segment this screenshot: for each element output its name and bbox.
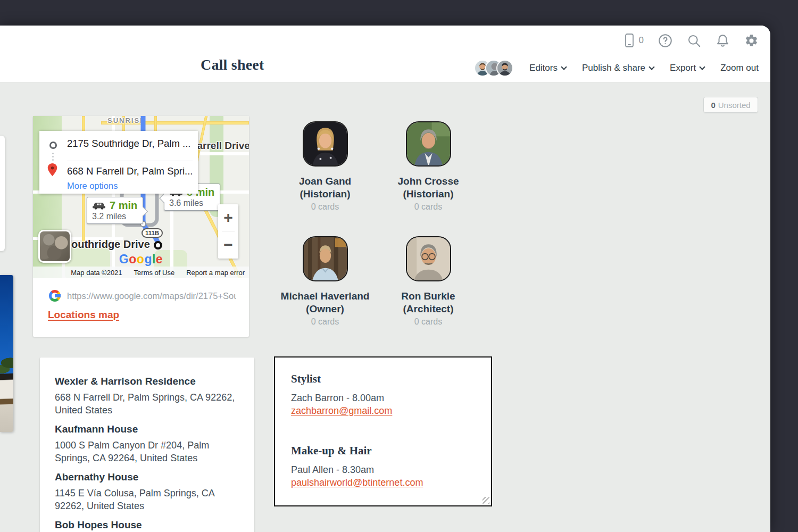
logo-letter: e — [156, 252, 163, 266]
avatar — [303, 121, 348, 167]
schedule-heading: Make-up & Hair — [291, 444, 475, 458]
car-icon — [92, 202, 106, 210]
offscreen-card-edge[interactable] — [0, 136, 5, 251]
settings-button[interactable] — [744, 34, 759, 48]
logo-letter: l — [152, 252, 156, 266]
person-name: Joan Gand(Historian) — [299, 175, 351, 201]
map-url-link[interactable]: https://www.google.com/maps/dir/2175+Sou… — [49, 290, 236, 302]
mobile-device-icon — [623, 33, 636, 48]
map-zoom-control: + − — [218, 204, 238, 259]
map-url-text: https://www.google.com/maps/dir/2175+Sou… — [67, 291, 236, 301]
person-name: Michael Haverland(Owner) — [281, 290, 370, 315]
zoom-out-label: Zoom out — [720, 63, 759, 73]
location-title: Wexler & Harrison Residence — [55, 376, 239, 387]
schedule-line: Paul Allen - 8.30am — [291, 464, 475, 476]
schedule-section: Stylist Zach Barron - 8.00am zachbarron@… — [291, 372, 475, 417]
schedule-heading: Stylist — [291, 372, 475, 386]
zoom-out-button[interactable]: Zoom out — [720, 63, 759, 73]
publish-share-menu[interactable]: Publish & share — [582, 63, 654, 73]
publish-share-label: Publish & share — [582, 63, 645, 73]
satellite-view-toggle[interactable] — [38, 230, 71, 263]
logo-letter: o — [137, 252, 145, 266]
chevron-down-icon — [561, 64, 567, 70]
avatar — [406, 236, 451, 281]
person-card-ron-burkle[interactable]: Ron Burkle(Architect) 0 cards — [370, 236, 487, 327]
google-map[interactable]: SUNRISE n Farrell Drive 111B 5 Southridg… — [33, 116, 249, 278]
editor-avatar-3 — [496, 60, 513, 77]
schedule-section: Make-up & Hair Paul Allen - 8.30am pauls… — [291, 444, 475, 488]
route-dots — [52, 153, 54, 161]
unsorted-count: 0 — [711, 101, 715, 110]
header: 0 Call sheet — [0, 26, 770, 82]
more-options-link[interactable]: More options — [67, 181, 118, 191]
search-icon — [687, 34, 701, 48]
route-bubble-7min: 7 min 3.2 miles — [87, 197, 143, 224]
map-attribution: Map data ©2021 Terms of Use Report a map… — [33, 267, 249, 278]
origin-icon — [49, 142, 57, 149]
offscreen-photo-card[interactable] — [0, 275, 13, 432]
google-g-icon — [49, 290, 61, 302]
location-title: Bob Hopes House — [55, 519, 239, 531]
help-button[interactable] — [658, 34, 672, 48]
chevron-down-icon — [649, 64, 654, 70]
person-cards-count: 0 cards — [414, 202, 442, 212]
destination-pin-icon — [47, 163, 57, 179]
divider — [67, 161, 193, 161]
schedule-line: Zach Barron - 8.00am — [291, 393, 475, 404]
avatar — [406, 121, 451, 167]
person-card-john-crosse[interactable]: John Crosse(Historian) 0 cards — [370, 121, 487, 212]
search-button[interactable] — [687, 34, 701, 48]
app-window: 0 Call sheet — [0, 26, 770, 532]
location-address: 1145 E Vía Colusa, Palm Springs, CA 9226… — [55, 487, 239, 512]
unsorted-label: Unsorted — [718, 101, 751, 110]
person-name: Ron Burkle(Architect) — [401, 290, 455, 315]
location-address: 668 N Farrell Dr, Palm Springs, CA 92262… — [55, 391, 239, 417]
map-zoom-in-button[interactable]: + — [218, 204, 238, 231]
destination-address: 668 N Farrell Dr, Palm Spri... — [67, 165, 193, 177]
directions-panel: 2175 Southridge Dr, Palm ... 668 N Farre… — [39, 131, 198, 194]
person-cards-count: 0 cards — [311, 202, 339, 212]
logo-letter: o — [129, 252, 137, 266]
location-title: Kaufmann House — [55, 423, 239, 435]
origin-marker-circle — [154, 241, 162, 250]
person-cards-count: 0 cards — [311, 317, 339, 327]
person-card-michael-haverland[interactable]: Michael Haverland(Owner) 0 cards — [267, 236, 384, 327]
report-map-error-link[interactable]: Report a map error — [186, 269, 245, 277]
person-card-joan-gand[interactable]: Joan Gand(Historian) 0 cards — [267, 121, 384, 212]
avatar — [303, 236, 348, 281]
map-data-label: Map data ©2021 — [71, 269, 122, 277]
terms-of-use-link[interactable]: Terms of Use — [134, 269, 175, 277]
bell-icon — [716, 34, 730, 48]
notifications-button[interactable] — [716, 34, 730, 48]
editors-menu-label: Editors — [529, 63, 558, 73]
map-zoom-out-button[interactable]: − — [218, 231, 238, 258]
device-count: 0 — [639, 35, 644, 46]
locations-map-link[interactable]: Locations map — [48, 309, 119, 321]
unsorted-badge[interactable]: 0 Unsorted — [703, 97, 758, 113]
help-icon — [658, 34, 672, 48]
highway-shield: 111B — [142, 228, 163, 238]
route-distance: 3.2 miles — [92, 212, 137, 221]
logo-letter: G — [119, 252, 129, 266]
logo-letter: g — [144, 252, 152, 266]
editors-menu[interactable]: Editors — [529, 63, 566, 73]
location-address: 1000 S Palm Canyon Dr #204, Palm Springs… — [55, 439, 239, 464]
export-label: Export — [670, 63, 696, 73]
schedule-card-selected[interactable]: Stylist Zach Barron - 8.00am zachbarron@… — [274, 356, 492, 506]
map-card[interactable]: SUNRISE n Farrell Drive 111B 5 Southridg… — [33, 116, 249, 337]
route-distance: 3.6 miles — [169, 198, 214, 208]
email-link[interactable]: paulshairworld@btinternet.com — [291, 477, 423, 488]
header-icon-row: 0 — [623, 31, 759, 50]
person-cards-count: 0 cards — [414, 317, 442, 327]
device-preview-button[interactable]: 0 — [623, 33, 644, 48]
route-time: 7 min — [110, 200, 137, 212]
editor-avatars[interactable] — [474, 60, 513, 77]
person-name: John Crosse(Historian) — [397, 175, 459, 201]
gear-icon — [744, 34, 759, 48]
header-menu-row: Editors Publish & share Export Zoom out — [474, 59, 759, 78]
origin-address: 2175 Southridge Dr, Palm ... — [67, 138, 190, 149]
email-link[interactable]: zachbarron@gmail.com — [291, 405, 392, 417]
locations-list-card[interactable]: Wexler & Harrison Residence 668 N Farrel… — [40, 358, 254, 532]
location-title: Abernathy House — [55, 471, 239, 483]
export-menu[interactable]: Export — [670, 63, 704, 73]
